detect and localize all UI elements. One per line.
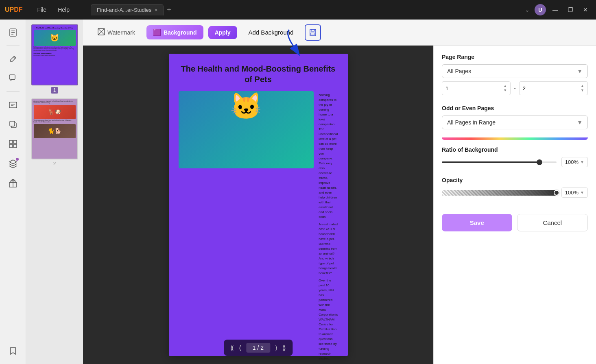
- range-dash: -: [514, 85, 516, 92]
- apply-button[interactable]: Apply: [208, 26, 237, 39]
- page-range-label: Page Range: [442, 54, 588, 60]
- prev-page-button[interactable]: ⟨: [239, 344, 241, 352]
- edit-icon[interactable]: [5, 51, 21, 67]
- document-view-icon[interactable]: [5, 24, 21, 41]
- svg-rect-13: [9, 144, 13, 148]
- menu-help[interactable]: Help: [53, 5, 74, 15]
- tab-close-icon[interactable]: ×: [155, 7, 157, 13]
- apply-label: Apply: [215, 29, 231, 36]
- thumbnail-1[interactable]: The Health and Mood-Boosting Benefits of…: [29, 24, 80, 94]
- gift-icon[interactable]: [5, 175, 21, 191]
- bookmark-icon[interactable]: [5, 343, 21, 359]
- range-start-down[interactable]: ▼: [503, 89, 507, 92]
- opacity-slider[interactable]: [442, 190, 557, 196]
- page-number-badge-1: 1: [51, 87, 59, 94]
- range-end-input[interactable]: 2 ▲ ▼: [519, 81, 588, 95]
- background-icon: 🟪: [153, 28, 161, 36]
- range-start-up[interactable]: ▲: [503, 84, 507, 88]
- tab-label: Find-and-A...er-Studies: [97, 7, 151, 13]
- current-page: 1: [253, 344, 256, 351]
- opacity-value[interactable]: 100% ▼: [561, 187, 588, 198]
- background-label: Background: [164, 29, 197, 36]
- watermark-icon: [98, 28, 105, 37]
- form-icon[interactable]: [5, 97, 21, 113]
- menu-file[interactable]: File: [33, 5, 52, 15]
- opacity-chevron-icon: ▼: [580, 190, 584, 195]
- close-button[interactable]: ✕: [580, 5, 591, 15]
- range-start-input[interactable]: 1 ▲ ▼: [442, 81, 511, 95]
- svg-rect-10: [10, 121, 15, 126]
- svg-rect-12: [13, 140, 17, 144]
- svg-rect-5: [9, 75, 15, 79]
- watermark-label: Watermark: [107, 29, 135, 36]
- svg-rect-6: [9, 102, 17, 108]
- dropdown-icon[interactable]: ⌄: [523, 5, 531, 15]
- new-tab-button[interactable]: +: [167, 6, 171, 14]
- pages-icon[interactable]: [5, 136, 21, 152]
- add-background-button[interactable]: Add Background: [242, 26, 300, 39]
- pdf-paragraph3: Over the past 10 years, NIH has partnere…: [319, 278, 338, 361]
- maximize-button[interactable]: ❐: [565, 5, 576, 15]
- range-end-value: 2: [523, 85, 526, 92]
- first-page-button[interactable]: ⟪: [230, 344, 234, 352]
- dropdown-chevron-icon: ▼: [577, 68, 583, 74]
- cancel-button[interactable]: Cancel: [517, 214, 588, 231]
- user-avatar[interactable]: U: [535, 4, 546, 15]
- odd-even-chevron-icon: ▼: [577, 119, 583, 126]
- thumbnail-2[interactable]: At morning happened drawing to find out …: [29, 98, 80, 166]
- page-indicator: 1 / 2: [246, 343, 270, 353]
- odd-even-label: Odd or Even Pages: [442, 105, 588, 111]
- updf-logo: UPDF: [5, 6, 23, 13]
- next-page-button[interactable]: ⟩: [275, 344, 277, 352]
- ratio-chevron-icon: ▼: [580, 160, 584, 164]
- layers-icon[interactable]: [5, 155, 21, 172]
- pdf-paragraph1: Nothing compares to the joy of coming ho…: [319, 93, 338, 220]
- last-page-button[interactable]: ⟫: [282, 344, 286, 352]
- save-button[interactable]: Save: [442, 214, 512, 231]
- total-pages: 2: [260, 344, 264, 351]
- page-range-dropdown[interactable]: All Pages ▼: [442, 64, 588, 78]
- page-label-2: 2: [53, 161, 56, 166]
- ratio-slider[interactable]: [442, 161, 557, 163]
- svg-line-4: [13, 57, 15, 59]
- pdf-paragraph2: An estimated 68% of U.S. households have…: [319, 222, 338, 276]
- document-tab[interactable]: Find-and-A...er-Studies ×: [91, 4, 164, 15]
- watermark-button[interactable]: Watermark: [91, 25, 142, 40]
- opacity-label: Opacity: [442, 177, 588, 183]
- pdf-title: The Health and Mood-Boosting Benefits of…: [179, 63, 338, 85]
- range-end-up[interactable]: ▲: [581, 84, 584, 88]
- add-background-label: Add Background: [249, 29, 294, 36]
- minimize-button[interactable]: —: [549, 5, 561, 15]
- background-button[interactable]: 🟪 Background: [146, 25, 203, 39]
- ratio-label: Ratio of Background: [442, 146, 588, 153]
- ratio-value[interactable]: 100% ▼: [561, 157, 588, 167]
- odd-even-value: All Pages in Range: [447, 119, 496, 126]
- page-range-value: All Pages: [447, 68, 471, 74]
- svg-rect-23: [311, 33, 315, 35]
- range-end-down[interactable]: ▼: [581, 89, 584, 92]
- page-navigation: ⟪ ⟨ 1 / 2 ⟩ ⟫: [224, 340, 293, 356]
- svg-rect-11: [9, 140, 13, 144]
- range-start-value: 1: [445, 85, 448, 92]
- save-template-button[interactable]: [305, 24, 321, 41]
- pdf-page: The Health and Mood-Boosting Benefits of…: [169, 54, 348, 356]
- copy-icon[interactable]: [5, 116, 21, 133]
- odd-even-dropdown[interactable]: All Pages in Range ▼: [442, 116, 588, 129]
- svg-rect-14: [13, 144, 17, 148]
- comment-icon[interactable]: [5, 70, 21, 87]
